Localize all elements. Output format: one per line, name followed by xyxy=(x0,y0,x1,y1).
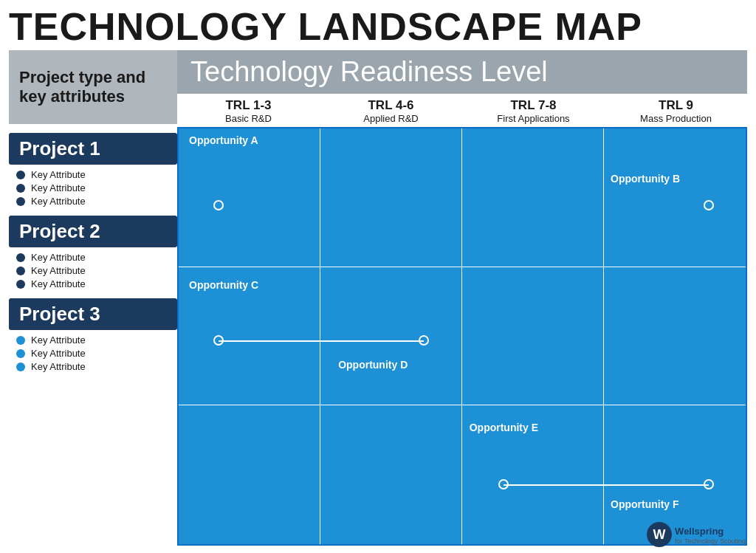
trl-col-title: TRL 9 xyxy=(608,98,744,113)
project-section-project3: Project 3Key AttributeKey AttributeKey A… xyxy=(9,298,177,372)
list-item: Key Attribute xyxy=(16,196,177,207)
project-label-project2: Project 2 xyxy=(9,216,177,247)
grid-cell xyxy=(462,405,604,544)
projects-container: Project 1Key AttributeKey AttributeKey A… xyxy=(9,124,177,374)
trl-col-subtitle: Applied R&D xyxy=(323,113,459,124)
content-area: Project type and key attributes Project … xyxy=(9,50,747,546)
list-item: Key Attribute xyxy=(16,348,177,359)
trl-col-header-0: TRL 1-3 Basic R&D xyxy=(177,98,320,124)
trl-col-subtitle: First Applications xyxy=(465,113,602,124)
attribute-text: Key Attribute xyxy=(31,182,86,193)
attribute-text: Key Attribute xyxy=(31,252,86,263)
dot-icon xyxy=(16,280,25,289)
grid-cell xyxy=(462,128,604,267)
attribute-text: Key Attribute xyxy=(31,169,86,180)
attribute-text: Key Attribute xyxy=(31,196,86,207)
trl-title: Technology Readiness Level xyxy=(177,50,548,94)
logo-circle: W xyxy=(647,522,672,547)
trl-col-header-1: TRL 4-6 Applied R&D xyxy=(320,98,462,124)
trl-col-title: TRL 1-3 xyxy=(180,98,317,113)
main-content: Technology Readiness Level TRL 1-3 Basic… xyxy=(177,50,747,546)
attribute-list-project3: Key AttributeKey AttributeKey Attribute xyxy=(9,334,177,372)
trl-col-header-2: TRL 7-8 First Applications xyxy=(462,98,605,124)
trl-col-subtitle: Basic R&D xyxy=(180,113,317,124)
dot-icon xyxy=(16,184,25,193)
trl-col-header-3: TRL 9 Mass Production xyxy=(605,98,747,124)
grid-cell xyxy=(320,405,462,544)
list-item: Key Attribute xyxy=(16,169,177,180)
page-title: TECHNOLOGY LANDSCAPE MAP xyxy=(9,7,747,46)
attribute-list-project2: Key AttributeKey AttributeKey Attribute xyxy=(9,252,177,289)
list-item: Key Attribute xyxy=(16,334,177,346)
dot-icon xyxy=(16,363,25,371)
list-item: Key Attribute xyxy=(16,361,177,372)
list-item: Key Attribute xyxy=(16,278,177,289)
dot-icon xyxy=(16,267,25,275)
trl-col-title: TRL 7-8 xyxy=(465,98,602,113)
attribute-text: Key Attribute xyxy=(31,334,86,346)
grid-cell xyxy=(604,267,746,406)
project-label-project3: Project 3 xyxy=(9,298,177,330)
grid-cell xyxy=(604,128,746,267)
grid-cell xyxy=(179,267,320,406)
sidebar-header: Project type and key attributes xyxy=(9,50,177,124)
list-item: Key Attribute xyxy=(16,265,177,276)
dot-icon xyxy=(16,197,25,206)
grid-cell xyxy=(462,267,604,406)
grid-cell xyxy=(320,267,462,406)
logo-sub: for Technology Scouting xyxy=(675,537,746,545)
sidebar: Project type and key attributes Project … xyxy=(9,50,177,546)
grid-cell xyxy=(179,405,320,544)
trl-col-title: TRL 4-6 xyxy=(323,98,459,113)
project-section-project2: Project 2Key AttributeKey AttributeKey A… xyxy=(9,216,177,289)
dot-icon xyxy=(16,349,25,358)
grid-cell xyxy=(320,128,462,267)
grid-area: Opportunity AOpportunity BOpportunity CO… xyxy=(177,127,747,546)
attribute-text: Key Attribute xyxy=(31,265,86,276)
project-label-project1: Project 1 xyxy=(9,133,177,165)
attribute-text: Key Attribute xyxy=(31,278,86,289)
grid-cell xyxy=(179,128,320,267)
attribute-text: Key Attribute xyxy=(31,348,86,359)
logo-name: Wellspring xyxy=(675,526,724,537)
dot-icon xyxy=(16,253,25,262)
attribute-list-project1: Key AttributeKey AttributeKey Attribute xyxy=(9,169,177,207)
trl-header: Technology Readiness Level xyxy=(177,50,747,94)
logo-text-block: Wellspring for Technology Scouting xyxy=(675,524,746,545)
dot-icon xyxy=(16,336,25,345)
dot-icon xyxy=(16,171,25,179)
list-item: Key Attribute xyxy=(16,252,177,263)
list-item: Key Attribute xyxy=(16,182,177,193)
trl-columns-header: TRL 1-3 Basic R&DTRL 4-6 Applied R&DTRL … xyxy=(177,94,747,127)
project-section-project1: Project 1Key AttributeKey AttributeKey A… xyxy=(9,133,177,207)
footer-logo: W Wellspring for Technology Scouting xyxy=(647,522,746,547)
trl-col-subtitle: Mass Production xyxy=(608,113,744,124)
page-wrapper: TECHNOLOGY LANDSCAPE MAP Project type an… xyxy=(0,0,756,553)
attribute-text: Key Attribute xyxy=(31,361,86,372)
